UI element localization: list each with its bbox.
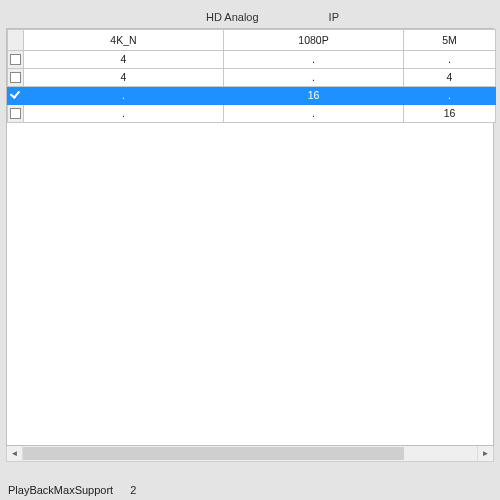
tab-ip[interactable]: IP (329, 11, 339, 23)
table-row[interactable]: ..16 (8, 105, 496, 123)
cell-c1[interactable]: 4 (24, 51, 224, 69)
cell-c3[interactable]: . (404, 87, 496, 105)
scroll-right-button[interactable]: ► (477, 446, 493, 461)
col-1080p[interactable]: 1080P (224, 30, 404, 51)
horizontal-scrollbar[interactable]: ◄ ► (6, 446, 494, 462)
row-checkbox-cell[interactable] (8, 87, 24, 105)
cell-c3[interactable]: 16 (404, 105, 496, 123)
scroll-thumb[interactable] (23, 447, 404, 460)
table-row[interactable]: .16. (8, 87, 496, 105)
cell-c1[interactable]: . (24, 87, 224, 105)
checkbox-icon[interactable] (10, 108, 21, 119)
data-grid: 4K_N 1080P 5M 4..4.4.16...16 (6, 28, 494, 446)
cell-c3[interactable]: . (404, 51, 496, 69)
status-label: PlayBackMaxSupport (8, 484, 113, 496)
grid-table: 4K_N 1080P 5M 4..4.4.16...16 (7, 29, 496, 123)
cell-c2[interactable]: . (224, 51, 404, 69)
cell-c3[interactable]: 4 (404, 69, 496, 87)
tab-hd-analog[interactable]: HD Analog (206, 11, 259, 23)
status-bar: PlayBackMaxSupport 2 (8, 484, 136, 496)
window: HD Analog IP 4K_N 1080P 5M 4..4.4.16...1… (0, 0, 500, 500)
checkbox-icon[interactable] (10, 54, 21, 65)
header-row: 4K_N 1080P 5M (8, 30, 496, 51)
checkbox-icon[interactable] (10, 90, 21, 101)
col-4kn[interactable]: 4K_N (24, 30, 224, 51)
cell-c2[interactable]: . (224, 69, 404, 87)
grid-empty-area (7, 123, 493, 445)
tab-strip: HD Analog IP (6, 6, 494, 28)
table-row[interactable]: 4.4 (8, 69, 496, 87)
grid-body: 4..4.4.16...16 (8, 51, 496, 123)
status-value: 2 (130, 484, 136, 496)
row-checkbox-cell[interactable] (8, 51, 24, 69)
checkbox-icon[interactable] (10, 72, 21, 83)
cell-c1[interactable]: . (24, 105, 224, 123)
scroll-track[interactable] (23, 446, 477, 461)
cell-c1[interactable]: 4 (24, 69, 224, 87)
col-checkbox[interactable] (8, 30, 24, 51)
cell-c2[interactable]: 16 (224, 87, 404, 105)
table-row[interactable]: 4.. (8, 51, 496, 69)
row-checkbox-cell[interactable] (8, 69, 24, 87)
scroll-left-button[interactable]: ◄ (7, 446, 23, 461)
row-checkbox-cell[interactable] (8, 105, 24, 123)
cell-c2[interactable]: . (224, 105, 404, 123)
col-5m[interactable]: 5M (404, 30, 496, 51)
